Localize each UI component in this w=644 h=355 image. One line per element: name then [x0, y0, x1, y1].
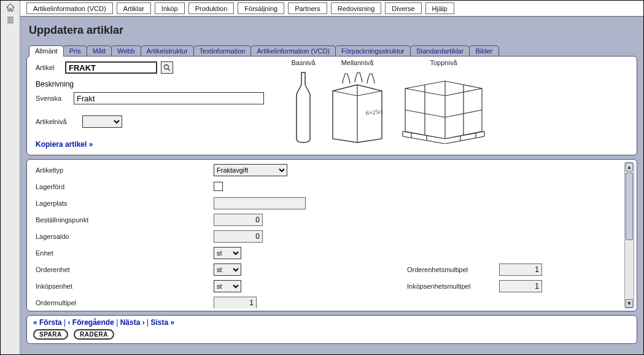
- nav-first[interactable]: « Första: [33, 318, 62, 327]
- tab-allmant[interactable]: Allmänt: [29, 45, 64, 57]
- home-icon[interactable]: [6, 3, 15, 12]
- lagersaldo-label: Lagersaldo: [36, 233, 214, 240]
- nav-next[interactable]: Nästa ›: [120, 318, 145, 327]
- bestallningspunkt-input[interactable]: [214, 214, 263, 226]
- orderenhetsmultipel-input[interactable]: [499, 263, 542, 276]
- scrollbar-thumb[interactable]: [626, 173, 633, 240]
- menu-artiklar[interactable]: Artiklar: [117, 2, 151, 14]
- tab-standardartiklar[interactable]: Standardartiklar: [410, 45, 470, 57]
- tabstrip: Allmänt Pris Mått Webb Artikelstruktur T…: [26, 43, 637, 57]
- lagerplats-label: Lagerplats: [36, 200, 214, 207]
- page-title: Uppdatera artiklar: [29, 24, 637, 37]
- menu-inkop[interactable]: Inköp: [155, 2, 185, 14]
- footer-card: « Första | ‹ Föregående | Nästa › | Sist…: [26, 315, 637, 344]
- ordermultipel-label: Ordermultipel: [36, 299, 214, 306]
- svenska-label: Svenska: [36, 95, 70, 102]
- bottle-icon: [291, 70, 316, 144]
- orderenhet-label: Orderenhet: [36, 266, 214, 273]
- inkopsenhet-label: Inköpsenhet: [36, 283, 214, 290]
- tab-matt[interactable]: Mått: [87, 45, 112, 57]
- orderenhet-select[interactable]: st: [214, 263, 241, 276]
- menu-hjalp[interactable]: Hjälp: [425, 2, 454, 14]
- svg-point-4: [165, 65, 169, 69]
- menu-produktion[interactable]: Produktion: [188, 2, 235, 14]
- tab-forpackning[interactable]: Förpackningsstruktur: [335, 45, 411, 57]
- artikel-input[interactable]: [65, 61, 157, 74]
- menu-articleinfo-vcd[interactable]: Artikelinformation (VCD): [26, 2, 113, 14]
- beskrivning-label: Beskrivning: [36, 80, 74, 88]
- tab-artikelinfo-vcd[interactable]: Artikelinformation (VCD): [250, 45, 336, 57]
- nav-last[interactable]: Sista »: [150, 318, 174, 327]
- svg-line-5: [168, 69, 170, 71]
- scroll-down-icon[interactable]: ▼: [626, 299, 633, 308]
- ordermultipel-input[interactable]: [214, 297, 257, 309]
- tab-bilder[interactable]: Bilder: [469, 45, 499, 57]
- artikeltyp-label: Artikeltyp: [36, 166, 214, 174]
- artikelniva-label: Artikelnivå: [36, 118, 79, 125]
- copy-article-link[interactable]: Kopiera artikel »: [36, 140, 93, 149]
- tab-artikelstruktur[interactable]: Artikelstruktur: [141, 45, 194, 57]
- lagersaldo-input[interactable]: [214, 230, 263, 243]
- toppniva-label: Toppnivå: [430, 59, 457, 66]
- save-button[interactable]: SPARA: [33, 329, 68, 340]
- lagerplats-input[interactable]: [214, 197, 306, 209]
- pallet-icon: [399, 70, 488, 144]
- artikel-label: Artikel: [36, 64, 61, 71]
- search-button[interactable]: [161, 61, 173, 74]
- list-icon[interactable]: [6, 15, 15, 24]
- orderenhetsmultipel-label: Orderenhetsmultipel: [407, 266, 499, 273]
- lagerford-checkbox[interactable]: [214, 182, 223, 191]
- menu-redovisning[interactable]: Redovisning: [331, 2, 382, 14]
- top-menu: Artikelinformation (VCD) Artiklar Inköp …: [20, 1, 643, 17]
- nav-prev[interactable]: ‹ Föregående: [68, 318, 114, 327]
- details-card: Artikeltyp Fraktavgift Lagerförd Lagerpl…: [26, 159, 637, 311]
- delete-button[interactable]: RADERA: [74, 329, 114, 340]
- scroll-up-icon[interactable]: ▲: [626, 163, 633, 171]
- artikelniva-select[interactable]: [82, 115, 122, 128]
- inkopsenhet-select[interactable]: st: [214, 280, 241, 292]
- tab-pris[interactable]: Pris: [63, 45, 87, 57]
- mellanniva-label: Mellannivå: [341, 59, 374, 66]
- inkopsenhetsmultipel-label: Inköpsenhetsmultipel: [407, 283, 499, 290]
- basniva-label: Basnivå: [291, 59, 315, 66]
- menu-forsaljning[interactable]: Försäljning: [238, 2, 284, 14]
- scrollbar-track[interactable]: ▲ ▼: [624, 162, 634, 308]
- general-card: Artikel Beskrivning Svenska: [26, 56, 637, 155]
- menu-partners[interactable]: Partners: [288, 2, 327, 14]
- inkopsenhetsmultipel-input[interactable]: [499, 280, 542, 292]
- enhet-label: Enhet: [36, 249, 214, 257]
- tab-textinformation[interactable]: Textinformation: [193, 45, 252, 57]
- menu-diverse[interactable]: Diverse: [385, 2, 421, 14]
- lagerford-label: Lagerförd: [36, 183, 214, 190]
- enhet-select[interactable]: st: [214, 247, 241, 259]
- tab-webb[interactable]: Webb: [111, 45, 141, 57]
- bestallningspunkt-label: Beställningspunkt: [36, 216, 214, 224]
- svenska-input[interactable]: [74, 92, 264, 104]
- case-icon: 6×25cl: [328, 70, 387, 144]
- search-icon: [163, 64, 171, 71]
- artikeltyp-select[interactable]: Fraktavgift: [214, 164, 287, 176]
